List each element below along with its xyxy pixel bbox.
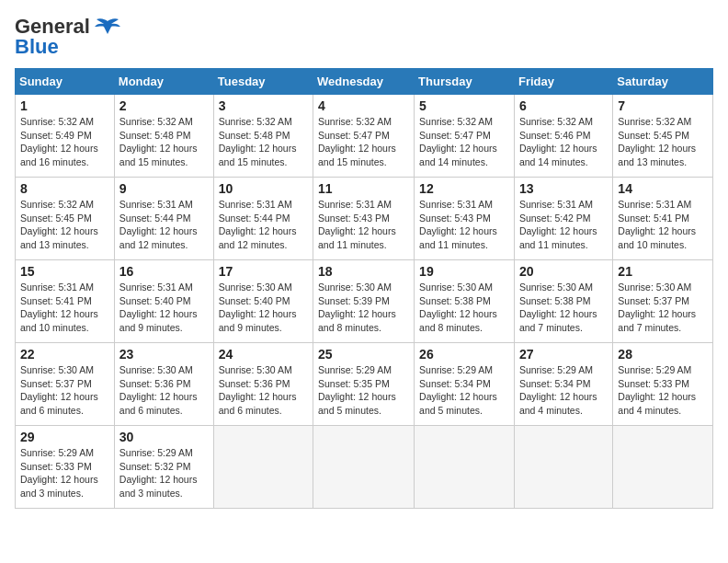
day-info: Sunrise: 5:32 AMSunset: 5:48 PMDaylight:…: [219, 115, 308, 169]
calendar-week-4: 22Sunrise: 5:30 AMSunset: 5:37 PMDayligh…: [16, 343, 713, 426]
calendar-header-thursday: Thursday: [415, 69, 515, 95]
day-number: 20: [519, 264, 608, 279]
day-number: 1: [20, 98, 109, 113]
day-info: Sunrise: 5:31 AMSunset: 5:42 PMDaylight:…: [519, 198, 608, 252]
day-info: Sunrise: 5:30 AMSunset: 5:40 PMDaylight:…: [219, 281, 308, 335]
calendar-cell-day-20: 20Sunrise: 5:30 AMSunset: 5:38 PMDayligh…: [514, 260, 612, 343]
day-info: Sunrise: 5:29 AMSunset: 5:33 PMDaylight:…: [618, 363, 708, 418]
day-number: 29: [20, 430, 109, 444]
day-info: Sunrise: 5:29 AMSunset: 5:34 PMDaylight:…: [519, 363, 608, 418]
day-info: Sunrise: 5:32 AMSunset: 5:45 PMDaylight:…: [20, 198, 109, 252]
calendar-cell-day-18: 18Sunrise: 5:30 AMSunset: 5:39 PMDayligh…: [313, 260, 415, 343]
day-number: 23: [119, 347, 209, 362]
day-number: 26: [419, 347, 509, 362]
day-number: 11: [318, 181, 409, 196]
calendar-cell-day-2: 2Sunrise: 5:32 AMSunset: 5:48 PMDaylight…: [114, 95, 213, 178]
calendar-cell-empty: [313, 426, 415, 509]
day-info: Sunrise: 5:31 AMSunset: 5:41 PMDaylight:…: [20, 281, 109, 335]
calendar-cell-day-16: 16Sunrise: 5:31 AMSunset: 5:40 PMDayligh…: [114, 260, 213, 343]
calendar-cell-day-14: 14Sunrise: 5:31 AMSunset: 5:41 PMDayligh…: [613, 178, 713, 260]
day-info: Sunrise: 5:30 AMSunset: 5:36 PMDaylight:…: [119, 363, 209, 418]
day-info: Sunrise: 5:29 AMSunset: 5:32 PMDaylight:…: [119, 446, 209, 500]
calendar-cell-empty: [613, 426, 713, 509]
day-number: 10: [219, 181, 308, 196]
day-info: Sunrise: 5:31 AMSunset: 5:43 PMDaylight:…: [318, 198, 409, 252]
day-number: 22: [20, 347, 109, 362]
calendar-cell-day-8: 8Sunrise: 5:32 AMSunset: 5:45 PMDaylight…: [16, 178, 115, 260]
calendar-cell-day-3: 3Sunrise: 5:32 AMSunset: 5:48 PMDaylight…: [213, 95, 313, 178]
calendar-cell-day-21: 21Sunrise: 5:30 AMSunset: 5:37 PMDayligh…: [613, 260, 713, 343]
day-info: Sunrise: 5:31 AMSunset: 5:44 PMDaylight:…: [219, 198, 308, 252]
day-number: 21: [618, 264, 708, 279]
day-number: 19: [419, 264, 509, 279]
header: General Blue: [15, 15, 713, 59]
day-info: Sunrise: 5:29 AMSunset: 5:33 PMDaylight:…: [20, 446, 109, 500]
calendar-cell-day-12: 12Sunrise: 5:31 AMSunset: 5:43 PMDayligh…: [415, 178, 515, 260]
calendar-cell-day-4: 4Sunrise: 5:32 AMSunset: 5:47 PMDaylight…: [313, 95, 415, 178]
calendar-table: SundayMondayTuesdayWednesdayThursdayFrid…: [15, 68, 713, 509]
calendar-cell-day-23: 23Sunrise: 5:30 AMSunset: 5:36 PMDayligh…: [114, 343, 213, 426]
logo: General Blue: [15, 15, 120, 59]
day-number: 2: [119, 98, 209, 113]
calendar-cell-day-1: 1Sunrise: 5:32 AMSunset: 5:49 PMDaylight…: [16, 95, 115, 178]
day-info: Sunrise: 5:30 AMSunset: 5:36 PMDaylight:…: [219, 363, 308, 418]
calendar-cell-day-22: 22Sunrise: 5:30 AMSunset: 5:37 PMDayligh…: [16, 343, 115, 426]
calendar-cell-day-11: 11Sunrise: 5:31 AMSunset: 5:43 PMDayligh…: [313, 178, 415, 260]
day-number: 16: [119, 264, 209, 279]
calendar-cell-day-27: 27Sunrise: 5:29 AMSunset: 5:34 PMDayligh…: [514, 343, 612, 426]
day-number: 27: [519, 347, 608, 362]
calendar-header-sunday: Sunday: [16, 69, 115, 95]
calendar-week-1: 1Sunrise: 5:32 AMSunset: 5:49 PMDaylight…: [16, 95, 713, 178]
day-number: 3: [219, 98, 308, 113]
day-info: Sunrise: 5:30 AMSunset: 5:37 PMDaylight:…: [618, 281, 708, 335]
day-number: 6: [519, 98, 608, 113]
calendar-cell-day-24: 24Sunrise: 5:30 AMSunset: 5:36 PMDayligh…: [213, 343, 313, 426]
day-info: Sunrise: 5:32 AMSunset: 5:48 PMDaylight:…: [119, 115, 209, 169]
calendar-header-saturday: Saturday: [613, 69, 713, 95]
day-info: Sunrise: 5:30 AMSunset: 5:39 PMDaylight:…: [318, 281, 409, 335]
day-number: 15: [20, 264, 109, 279]
calendar-header-friday: Friday: [514, 69, 612, 95]
day-info: Sunrise: 5:32 AMSunset: 5:49 PMDaylight:…: [20, 115, 109, 169]
calendar-cell-day-6: 6Sunrise: 5:32 AMSunset: 5:46 PMDaylight…: [514, 95, 612, 178]
day-info: Sunrise: 5:30 AMSunset: 5:37 PMDaylight:…: [20, 363, 109, 418]
calendar-cell-empty: [415, 426, 515, 509]
calendar-cell-day-9: 9Sunrise: 5:31 AMSunset: 5:44 PMDaylight…: [114, 178, 213, 260]
logo-bird-icon: [95, 17, 120, 36]
day-info: Sunrise: 5:32 AMSunset: 5:47 PMDaylight:…: [419, 115, 509, 169]
calendar-week-5: 29Sunrise: 5:29 AMSunset: 5:33 PMDayligh…: [16, 426, 713, 509]
calendar-cell-day-13: 13Sunrise: 5:31 AMSunset: 5:42 PMDayligh…: [514, 178, 612, 260]
logo-text-blue: Blue: [15, 35, 59, 59]
day-number: 28: [618, 347, 708, 362]
calendar-week-2: 8Sunrise: 5:32 AMSunset: 5:45 PMDaylight…: [16, 178, 713, 260]
calendar-cell-empty: [213, 426, 313, 509]
calendar-week-3: 15Sunrise: 5:31 AMSunset: 5:41 PMDayligh…: [16, 260, 713, 343]
day-number: 13: [519, 181, 608, 196]
day-number: 25: [318, 347, 409, 362]
calendar-cell-day-29: 29Sunrise: 5:29 AMSunset: 5:33 PMDayligh…: [16, 426, 115, 509]
day-number: 5: [419, 98, 509, 113]
day-number: 17: [219, 264, 308, 279]
day-info: Sunrise: 5:30 AMSunset: 5:38 PMDaylight:…: [419, 281, 509, 335]
day-info: Sunrise: 5:31 AMSunset: 5:40 PMDaylight:…: [119, 281, 209, 335]
day-info: Sunrise: 5:32 AMSunset: 5:45 PMDaylight:…: [618, 115, 708, 169]
calendar-cell-day-5: 5Sunrise: 5:32 AMSunset: 5:47 PMDaylight…: [415, 95, 515, 178]
day-info: Sunrise: 5:31 AMSunset: 5:41 PMDaylight:…: [618, 198, 708, 252]
calendar-cell-day-30: 30Sunrise: 5:29 AMSunset: 5:32 PMDayligh…: [114, 426, 213, 509]
day-info: Sunrise: 5:31 AMSunset: 5:43 PMDaylight:…: [419, 198, 509, 252]
day-number: 12: [419, 181, 509, 196]
day-info: Sunrise: 5:29 AMSunset: 5:34 PMDaylight:…: [419, 363, 509, 418]
day-number: 9: [119, 181, 209, 196]
day-number: 18: [318, 264, 409, 279]
calendar-cell-day-25: 25Sunrise: 5:29 AMSunset: 5:35 PMDayligh…: [313, 343, 415, 426]
calendar-header-tuesday: Tuesday: [213, 69, 313, 95]
calendar-cell-empty: [514, 426, 612, 509]
day-info: Sunrise: 5:30 AMSunset: 5:38 PMDaylight:…: [519, 281, 608, 335]
calendar-cell-day-7: 7Sunrise: 5:32 AMSunset: 5:45 PMDaylight…: [613, 95, 713, 178]
calendar-header-monday: Monday: [114, 69, 213, 95]
day-info: Sunrise: 5:32 AMSunset: 5:46 PMDaylight:…: [519, 115, 608, 169]
calendar-cell-day-10: 10Sunrise: 5:31 AMSunset: 5:44 PMDayligh…: [213, 178, 313, 260]
day-info: Sunrise: 5:32 AMSunset: 5:47 PMDaylight:…: [318, 115, 409, 169]
calendar-header-wednesday: Wednesday: [313, 69, 415, 95]
day-number: 30: [119, 430, 209, 444]
